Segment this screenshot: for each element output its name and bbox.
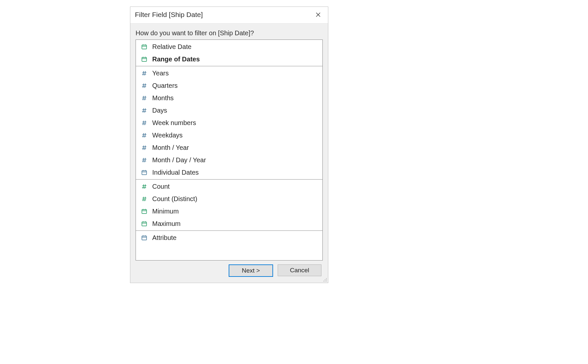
- hash-blue-icon: [140, 94, 148, 102]
- dialog-title: Filter Field [Ship Date]: [135, 11, 203, 19]
- svg-rect-2: [142, 45, 146, 49]
- svg-line-32: [143, 133, 143, 137]
- svg-point-68: [326, 279, 327, 280]
- option-group: Attribute: [136, 231, 322, 260]
- filter-option-label: Month / Year: [152, 143, 189, 152]
- svg-line-12: [143, 71, 143, 75]
- filter-option[interactable]: Relative Date: [136, 40, 322, 53]
- filter-option[interactable]: Minimum: [136, 205, 322, 217]
- hash-blue-icon: [140, 119, 148, 126]
- filter-option-label: Individual Dates: [152, 167, 199, 177]
- svg-rect-6: [142, 57, 146, 61]
- svg-line-20: [143, 96, 143, 100]
- close-icon: [316, 12, 321, 17]
- filter-option-label: Month / Day / Year: [152, 155, 206, 165]
- dialog-buttons: Next > Cancel: [135, 261, 323, 279]
- filter-option[interactable]: Range of Dates: [136, 53, 322, 65]
- svg-line-24: [143, 108, 143, 112]
- svg-line-49: [144, 184, 145, 188]
- filter-option-label: Minimum: [152, 206, 179, 216]
- svg-line-16: [143, 83, 143, 87]
- filter-options-list: Relative DateRange of DatesYearsQuarters…: [136, 40, 323, 261]
- svg-point-69: [323, 281, 324, 281]
- filter-option-label: Range of Dates: [152, 54, 200, 64]
- dialog-body: How do you want to filter on [Ship Date]…: [130, 24, 328, 283]
- cancel-button[interactable]: Cancel: [278, 264, 321, 276]
- filter-option[interactable]: Count: [136, 180, 322, 193]
- titlebar: Filter Field [Ship Date]: [130, 7, 328, 24]
- svg-line-40: [143, 158, 143, 162]
- filter-option[interactable]: Count (Distinct): [136, 193, 322, 205]
- hash-blue-icon: [140, 156, 148, 164]
- svg-line-28: [143, 120, 143, 125]
- close-button[interactable]: [312, 9, 325, 20]
- filter-option-label: Relative Date: [152, 42, 191, 52]
- calendar-blue-icon: [140, 169, 148, 176]
- svg-point-71: [326, 281, 327, 281]
- resize-grip[interactable]: [322, 277, 327, 282]
- next-button[interactable]: Next >: [229, 264, 273, 277]
- hash-blue-icon: [140, 70, 148, 77]
- option-group: CountCount (Distinct)MinimumMaximum: [136, 180, 322, 231]
- filter-option-label: Quarters: [152, 81, 178, 90]
- filter-option[interactable]: Maximum: [136, 217, 322, 230]
- filter-option[interactable]: Weekdays: [136, 129, 322, 141]
- svg-line-33: [144, 133, 145, 137]
- calendar-green-icon: [140, 43, 148, 50]
- hash-blue-icon: [140, 144, 148, 151]
- svg-point-67: [325, 279, 325, 280]
- svg-rect-58: [142, 222, 146, 226]
- hash-blue-icon: [140, 82, 148, 89]
- filter-option-label: Attribute: [152, 233, 176, 243]
- filter-option-label: Days: [152, 105, 167, 115]
- prompt-text: How do you want to filter on [Ship Date]…: [136, 29, 323, 37]
- svg-rect-42: [142, 170, 146, 174]
- calendar-green-icon: [140, 55, 148, 63]
- svg-rect-54: [142, 209, 146, 213]
- filter-option-label: Count: [152, 182, 170, 191]
- svg-line-52: [143, 197, 143, 201]
- filter-option-label: Weekdays: [152, 130, 183, 140]
- option-group: Relative DateRange of Dates: [136, 40, 322, 66]
- svg-line-13: [144, 71, 145, 75]
- hash-green-icon: [140, 195, 148, 202]
- filter-option[interactable]: Days: [136, 104, 322, 117]
- hash-blue-icon: [140, 107, 148, 114]
- filter-option[interactable]: Years: [136, 67, 322, 79]
- filter-option-label: Maximum: [152, 219, 181, 229]
- filter-option[interactable]: Attribute: [136, 231, 322, 244]
- filter-field-dialog: Filter Field [Ship Date] How do you want…: [130, 7, 328, 283]
- calendar-blue-icon: [140, 234, 148, 241]
- svg-line-25: [144, 108, 145, 112]
- calendar-green-icon: [140, 208, 148, 215]
- option-group: YearsQuartersMonthsDaysWeek numbersWeekd…: [136, 66, 322, 180]
- svg-line-21: [144, 96, 145, 100]
- filter-option[interactable]: Month / Day / Year: [136, 154, 322, 166]
- filter-option[interactable]: Month / Year: [136, 141, 322, 154]
- hash-green-icon: [140, 183, 148, 190]
- svg-rect-62: [142, 236, 146, 240]
- svg-line-17: [144, 83, 145, 87]
- svg-line-53: [144, 197, 145, 201]
- svg-line-48: [143, 184, 143, 188]
- filter-option[interactable]: Quarters: [136, 79, 322, 92]
- svg-point-70: [325, 281, 325, 281]
- filter-option-label: Week numbers: [152, 118, 196, 128]
- calendar-green-icon: [140, 220, 148, 227]
- svg-point-66: [326, 278, 327, 279]
- filter-option-label: Months: [152, 93, 174, 103]
- svg-line-41: [144, 158, 145, 162]
- svg-line-36: [143, 145, 143, 150]
- filter-option[interactable]: Week numbers: [136, 117, 322, 129]
- svg-line-37: [144, 145, 145, 150]
- filter-option-label: Count (Distinct): [152, 194, 197, 204]
- filter-option-label: Years: [152, 68, 169, 78]
- hash-blue-icon: [140, 132, 148, 139]
- filter-option[interactable]: Individual Dates: [136, 166, 322, 179]
- svg-line-29: [144, 120, 145, 125]
- filter-option[interactable]: Months: [136, 92, 322, 104]
